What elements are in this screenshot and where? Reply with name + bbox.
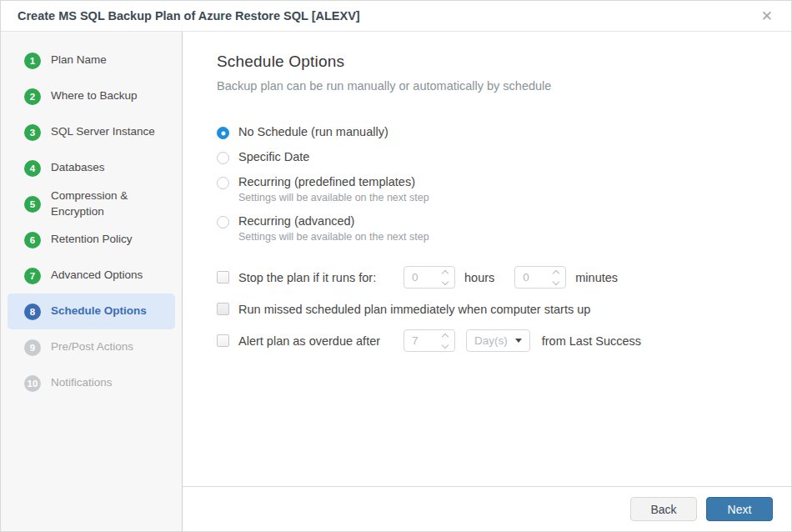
- dialog-title: Create MS SQL Backup Plan of Azure Resto…: [18, 9, 360, 23]
- stepper-arrows[interactable]: [554, 271, 559, 284]
- stop-plan-hours-stepper[interactable]: 0: [404, 266, 455, 289]
- step-label: Retention Policy: [51, 232, 133, 247]
- radio-row-specific-date: Specific Date: [217, 150, 766, 164]
- sidebar-item-pre-post-actions[interactable]: 9 Pre/Post Actions: [8, 329, 175, 365]
- alert-overdue-label: Alert plan as overdue after: [238, 334, 404, 348]
- alert-overdue-value-stepper[interactable]: 7: [404, 329, 455, 352]
- radio-label[interactable]: No Schedule (run manually): [238, 125, 388, 138]
- recurring-templates-radio[interactable]: [217, 177, 229, 189]
- radio-row-recurring-advanced: Recurring (advanced) Settings will be av…: [217, 214, 766, 243]
- specific-date-radio[interactable]: [217, 152, 229, 164]
- hours-unit-label: hours: [464, 271, 494, 284]
- radio-label[interactable]: Specific Date: [238, 150, 309, 163]
- back-button[interactable]: Back: [630, 497, 697, 521]
- schedule-extra-options: Stop the plan if it runs for: 0 hours 0: [217, 266, 766, 352]
- step-number-badge: 2: [24, 88, 41, 105]
- step-number-badge: 5: [24, 196, 41, 213]
- overdue-unit-dropdown[interactable]: Day(s): [466, 329, 530, 352]
- radio-row-recurring-templates: Recurring (predefined templates) Setting…: [217, 175, 766, 203]
- create-backup-plan-dialog: Create MS SQL Backup Plan of Azure Resto…: [1, 1, 791, 531]
- no-schedule-radio[interactable]: [217, 127, 229, 139]
- step-label: Plan Name: [51, 53, 107, 68]
- close-icon[interactable]: ✕: [756, 6, 778, 27]
- step-number-badge: 9: [24, 339, 41, 356]
- hours-value: 0: [412, 271, 419, 284]
- wizard-steps-sidebar: 1 Plan Name 2 Where to Backup 3 SQL Serv…: [1, 32, 183, 531]
- chevron-down-icon[interactable]: [442, 278, 449, 284]
- next-button[interactable]: Next: [706, 497, 773, 521]
- sidebar-item-schedule-options[interactable]: 8 Schedule Options: [8, 294, 175, 329]
- stepper-arrows[interactable]: [443, 334, 448, 348]
- sidebar-item-sql-server-instance[interactable]: 3 SQL Server Instance: [8, 114, 175, 150]
- alert-overdue-row: Alert plan as overdue after 7 Day(s): [217, 329, 766, 352]
- stop-plan-minutes-stepper[interactable]: 0: [514, 266, 566, 289]
- stop-plan-row: Stop the plan if it runs for: 0 hours 0: [217, 266, 766, 289]
- sidebar-item-where-to-backup[interactable]: 2 Where to Backup: [8, 78, 175, 114]
- schedule-type-radio-group: No Schedule (run manually) Specific Date…: [217, 125, 766, 243]
- chevron-up-icon[interactable]: [553, 269, 559, 276]
- run-missed-checkbox[interactable]: [217, 303, 229, 315]
- step-number-badge: 4: [24, 160, 41, 177]
- step-label: Schedule Options: [51, 304, 147, 319]
- sidebar-item-plan-name[interactable]: 1 Plan Name: [8, 43, 175, 78]
- sidebar-item-notifications[interactable]: 10 Notifications: [8, 365, 175, 401]
- sidebar-item-retention-policy[interactable]: 6 Retention Policy: [8, 222, 175, 258]
- step-number-badge: 8: [24, 304, 41, 320]
- step-label: Pre/Post Actions: [51, 339, 133, 354]
- step-number-badge: 1: [24, 53, 41, 69]
- radio-label[interactable]: Recurring (predefined templates): [238, 175, 429, 188]
- radio-row-no-schedule: No Schedule (run manually): [217, 125, 766, 139]
- minutes-value: 0: [523, 271, 529, 284]
- step-number-badge: 6: [24, 232, 41, 248]
- minutes-unit-label: minutes: [575, 271, 618, 284]
- chevron-up-icon[interactable]: [442, 269, 449, 276]
- radio-label[interactable]: Recurring (advanced): [238, 214, 429, 228]
- chevron-up-icon[interactable]: [442, 333, 449, 339]
- chevron-down-icon[interactable]: [442, 341, 449, 348]
- step-label: Advanced Options: [51, 268, 143, 283]
- stop-plan-label: Stop the plan if it runs for:: [238, 271, 404, 284]
- run-missed-row: Run missed scheduled plan immediately wh…: [217, 298, 766, 320]
- sidebar-item-databases[interactable]: 4 Databases: [8, 150, 175, 186]
- radio-note: Settings will be available on the next s…: [238, 231, 429, 243]
- dialog-titlebar: Create MS SQL Backup Plan of Azure Resto…: [1, 1, 791, 32]
- step-number-badge: 7: [24, 268, 41, 284]
- page-subtitle: Backup plan can be run manually or autom…: [217, 79, 766, 93]
- stop-plan-checkbox[interactable]: [217, 271, 229, 284]
- step-label: Compression & Encryption: [51, 188, 151, 218]
- run-missed-label: Run missed scheduled plan immediately wh…: [238, 303, 590, 316]
- overdue-unit-value: Day(s): [474, 334, 508, 347]
- step-number-badge: 3: [24, 124, 41, 141]
- step-label: Notifications: [51, 375, 113, 390]
- overdue-value: 7: [412, 334, 419, 347]
- recurring-advanced-radio[interactable]: [217, 216, 229, 228]
- radio-note: Settings will be available on the next s…: [238, 192, 429, 203]
- step-label: SQL Server Instance: [51, 124, 155, 139]
- page-title: Schedule Options: [217, 53, 766, 71]
- dropdown-caret-icon: [515, 339, 522, 343]
- step-label: Databases: [51, 160, 105, 175]
- sidebar-item-advanced-options[interactable]: 7 Advanced Options: [8, 258, 175, 294]
- sidebar-item-compression-encryption[interactable]: 5 Compression & Encryption: [8, 186, 175, 222]
- chevron-down-icon[interactable]: [553, 278, 559, 284]
- stepper-arrows[interactable]: [443, 271, 448, 284]
- step-number-badge: 10: [24, 375, 41, 392]
- alert-overdue-checkbox[interactable]: [217, 334, 229, 347]
- overdue-suffix-label: from Last Success: [542, 334, 641, 348]
- step-label: Where to Backup: [51, 88, 138, 103]
- schedule-options-panel: Schedule Options Backup plan can be run …: [183, 32, 791, 486]
- dialog-footer: Back Next: [183, 486, 791, 531]
